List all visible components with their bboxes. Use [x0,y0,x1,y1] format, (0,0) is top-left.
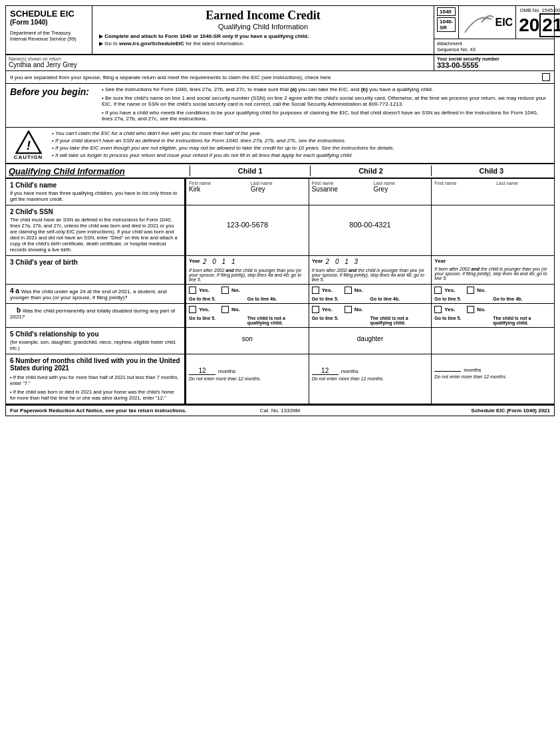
row1-child3: First name Last name [431,179,554,205]
row4b-child3: Yes. No. Go to line 5. The child is not … [431,304,554,327]
row4b-child3-no-box[interactable] [467,306,474,313]
row1-child2-fn: First name Susanne [312,181,367,193]
row5-title: Child's relationship to you [15,330,98,338]
row1-child2: First name Susanne Last name Grey [309,179,432,205]
row4b-child1-not-qualifying: The child is not a qualifying child. [247,316,306,325]
row4a-child3-no-box[interactable] [467,287,474,294]
row1-child1-fn: First name Kirk [189,181,244,193]
row6-child1-months-row: 12 months [189,367,306,375]
row4a-child1-no-box[interactable] [221,287,229,294]
row4b-child2-yes-label: Yes. [322,307,333,312]
row4b-child2-yn: Yes. No. [312,306,429,313]
header-right: 1040 1040-SR EIC OMB No. 1545-0074 2021 [434,6,554,54]
row4a-child1: Yes. No. Go to line 5. Go to line 4b. [186,285,309,303]
page: SCHEDULE EIC (Form 1040) Department of t… [5,5,555,416]
eic-arrow-graphic [462,9,495,36]
caution-point-3: • If you take the EIC even though you ar… [52,145,394,151]
row4a-child2-no-box[interactable] [345,287,352,294]
row4b-child-cells: Yes. No. Go to line 5. The child is not … [186,304,554,327]
row2-label: 2 Child's SSN The child must have an SSN… [6,205,186,255]
row6-child3-months-row: months [434,367,551,373]
row4a-child3-yes-label: Yes. [444,287,455,293]
row1-child-cells: First name Kirk Last name Grey First nam… [186,179,554,205]
row4a-child2-goto: Go to line 5. Go to line 4b. [312,297,429,301]
row3-child3-year-label: Year [434,258,446,264]
caution-point-4: • It will take us longer to process your… [52,152,394,158]
form-boxes: 1040 1040-SR [434,6,459,39]
row4b-child3-yn: Yes. No. [434,306,551,313]
name-row: Name(s) shown on return Cynthia and Jerr… [6,55,554,71]
dept: Department of the Treasury Internal Reve… [10,30,88,42]
row4a-child1-goto-no: Go to line 4b. [247,297,306,301]
row6-child2-months-val: 12 [312,367,339,375]
row4a-child-cells: Yes. No. Go to line 5. Go to line 4b. Ye… [186,285,554,303]
row1-label: 1 Child's name If you have more than thr… [6,179,186,205]
footer-right: Schedule EIC (Form 1040) 2021 [370,408,550,414]
before-point-2: • Be sure the child's name on line 1 and… [102,95,550,107]
row4b-child2-yes-box[interactable] [312,306,319,313]
row1-child1-name-row: First name Kirk Last name Grey [189,181,306,193]
row4b-child1-yes-label: Yes. [199,307,210,312]
separation-row: If you are separated from your spouse, f… [6,71,554,84]
row3-child2: Year 2 0 1 3 If born after 2002 and the … [309,256,432,284]
row6-child3-months-val [434,371,461,372]
svg-text:!: ! [26,138,31,152]
row1-child2-fn-label: First name [312,181,367,186]
row3-child1: Year 2 0 1 1 If born after 2002 and the … [186,256,309,284]
ssn-label: Your social security number [437,57,551,61]
row3-child-cells: Year 2 0 1 1 If born after 2002 and the … [186,256,554,284]
caution-icon: ! CAUTION [10,130,47,160]
row4a: 4 a Was the child under age 24 at the en… [6,285,554,304]
row3-title: Child's year of birth [15,259,78,266]
row5-desc: (for example, son, daughter, grandchild,… [10,339,180,351]
row2-child3-ssn [434,207,551,234]
row2-child2-ssn: 800-00-4321 [312,207,429,242]
row4b-child2-not-qualifying: The child is not a qualifying child. [370,316,429,325]
row1-child1-fn-val: Kirk [189,186,244,193]
row4b-child3-yes-box[interactable] [434,306,442,313]
name-cell: Name(s) shown on return Cynthia and Jerr… [6,55,434,70]
row6-child1-months-val: 12 [189,367,215,375]
header-right-top: 1040 1040-SR EIC OMB No. 1545-0074 2021 [434,6,554,39]
row4b-child2-no-box[interactable] [345,306,352,313]
row6-child1: 12 months Do not enter more than 12 mont… [186,354,309,404]
separation-checkbox[interactable] [542,73,550,81]
row4b-child1-yes-box[interactable] [189,306,196,313]
instruction1: Complete and attach to Form 1040 or 1040… [99,33,427,39]
row6-desc1: • If the child lived with you for more t… [10,374,180,386]
row6-child3: months Do not enter more than 12 months. [431,354,554,404]
row4b-child1-no-box[interactable] [221,306,229,313]
row4a-child1-yes-box[interactable] [189,287,196,294]
row4a-child3-goto-no: Go to line 4b. [493,297,551,301]
row3-child2-year-val: 2 0 1 3 [326,258,360,265]
arrow-icon-2 [99,41,103,47]
row4a-child1-goto-yes: Go to line 5. [189,297,247,301]
row1-child3-name-row: First name Last name [434,181,551,186]
row3-child3-year-row: Year [434,258,551,264]
row6-child1-months-label: months [218,368,235,374]
row5-child1-rel: son [189,330,306,348]
row4b-child1-goto: Go to line 5. The child is not a qualify… [189,316,306,325]
row2-desc: The child must have an SSN as defined in… [10,217,180,253]
row4a-child3-yes-box[interactable] [434,287,442,294]
row4b-child3-goto: Go to line 5. The child is not a qualify… [434,316,551,325]
row2-child1: 123-00-5678 [186,205,309,255]
qci-title: Qualifying Child Information [9,166,190,176]
row4a-child2-yes-box[interactable] [312,287,319,294]
footer-center: Cat. No. 13339M [190,408,370,414]
row4b-child1: Yes. No. Go to line 5. The child is not … [186,304,309,327]
row1-child3-ln-label: Last name [496,181,551,186]
qci-section-header: Qualifying Child Information Child 1 Chi… [6,164,554,179]
form-box-1040: 1040 [437,7,456,16]
row4b-child1-yn: Yes. No. [189,306,306,313]
row1-child1-fn-label: First name [189,181,244,186]
row4b-child2-goto-yes: Go to line 5. [312,316,370,325]
omb-number: OMB No. 1545-0074 [519,7,560,13]
row4b-child3-no-label: No. [477,307,486,312]
row5-child2-rel: daughter [312,330,429,348]
row5-child3-rel [434,330,551,340]
row4b-child2-no-label: No. [354,307,363,312]
row6-child2-months-label: months [341,368,358,374]
row4a-child1-goto: Go to line 5. Go to line 4b. [189,297,306,301]
row3-child2-year-label: Year [312,258,323,264]
